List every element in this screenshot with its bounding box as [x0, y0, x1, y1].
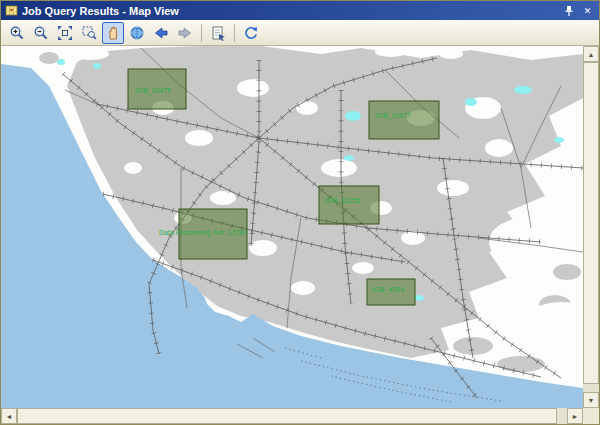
job-feature[interactable]: JOB_10077	[369, 101, 439, 139]
map-viewport: JOB_16478 JOB_10077 JOB_11255 Data	[1, 46, 583, 408]
vertical-scrollbar[interactable]: ▲ ▼	[583, 46, 599, 408]
identify-icon	[210, 25, 226, 41]
window-title: Job Query Results - Map View	[22, 5, 557, 17]
job-feature[interactable]: JOB_11255	[319, 186, 379, 224]
horizontal-scroll-track[interactable]	[17, 408, 567, 424]
horizontal-scroll-thumb[interactable]	[17, 408, 557, 424]
zoom-in-button[interactable]	[6, 22, 28, 44]
zoom-rectangle-icon	[81, 25, 97, 41]
close-icon[interactable]: ✕	[580, 4, 595, 18]
refresh-icon	[243, 25, 259, 41]
refresh-button[interactable]	[240, 22, 262, 44]
zoom-extents-button[interactable]	[54, 22, 76, 44]
scrollbar-corner	[583, 408, 599, 424]
identify-button[interactable]	[207, 22, 229, 44]
scroll-right-button[interactable]: ►	[567, 408, 583, 424]
map-view-content: JOB_16478 JOB_10077 JOB_11255 Data	[1, 46, 599, 424]
forward-button[interactable]	[174, 22, 196, 44]
zoom-in-icon	[9, 25, 25, 41]
zoom-extents-icon	[57, 25, 73, 41]
pan-button[interactable]	[102, 22, 124, 44]
job-label: JOB_16478	[134, 87, 171, 95]
forward-arrow-icon	[177, 25, 193, 41]
job-label: Data Processing Job: 17287	[159, 229, 247, 237]
map-canvas[interactable]: JOB_16478 JOB_10077 JOB_11255 Data	[1, 46, 583, 408]
horizontal-scrollbar[interactable]: ◄ ►	[1, 408, 583, 424]
zoom-out-button[interactable]	[30, 22, 52, 44]
pan-hand-icon	[105, 25, 121, 41]
job-label: JOB_10077	[374, 112, 411, 120]
zoom-out-icon	[33, 25, 49, 41]
pin-icon[interactable]	[561, 4, 576, 18]
map-view-icon	[5, 4, 18, 17]
vertical-scroll-track[interactable]	[583, 62, 599, 392]
scroll-down-button[interactable]: ▼	[583, 392, 599, 408]
titlebar: Job Query Results - Map View ✕	[1, 1, 599, 20]
job-label: JOB_11255	[324, 197, 361, 205]
job-query-results-window: Job Query Results - Map View ✕	[0, 0, 600, 425]
job-feature[interactable]: JOB_4054	[367, 279, 415, 305]
zoom-rectangle-button[interactable]	[78, 22, 100, 44]
job-feature[interactable]: JOB_16478	[128, 69, 186, 109]
globe-icon	[129, 25, 145, 41]
job-label: JOB_4054	[371, 286, 404, 294]
world-view-button[interactable]	[126, 22, 148, 44]
map-toolbar	[1, 20, 599, 46]
vertical-scroll-thumb[interactable]	[583, 62, 599, 384]
back-button[interactable]	[150, 22, 172, 44]
back-arrow-icon	[153, 25, 169, 41]
toolbar-separator	[201, 24, 202, 42]
scroll-up-button[interactable]: ▲	[583, 46, 599, 62]
scroll-left-button[interactable]: ◄	[1, 408, 17, 424]
toolbar-separator	[234, 24, 235, 42]
